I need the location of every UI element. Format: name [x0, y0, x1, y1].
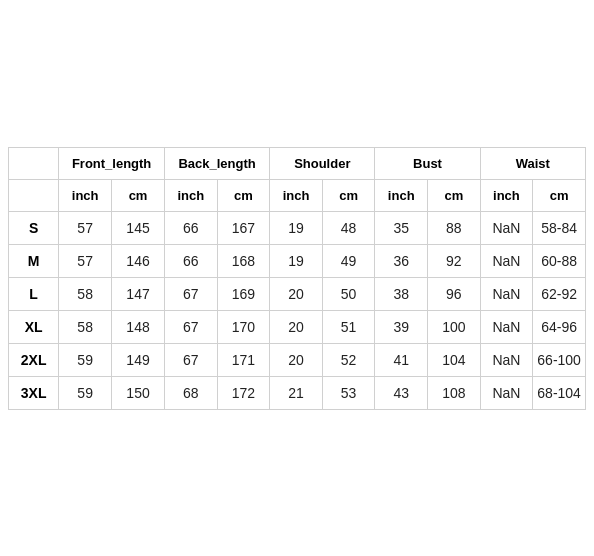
subheader-waist-inch: inch [480, 179, 533, 211]
back-inch-cell: 66 [164, 211, 217, 244]
back-inch-cell: 67 [164, 343, 217, 376]
shoulder-cm-cell: 49 [322, 244, 375, 277]
front-cm-cell: 145 [112, 211, 165, 244]
waist-inch-cell: NaN [480, 343, 533, 376]
size-cell: 2XL [9, 343, 59, 376]
waist-cm-cell: 64-96 [533, 310, 586, 343]
subheader-shoulder-inch: inch [270, 179, 323, 211]
bust-cm-cell: 88 [428, 211, 481, 244]
front-inch-cell: 59 [59, 376, 112, 409]
front-inch-cell: 58 [59, 310, 112, 343]
size-chart-container: Front_length Back_length Shoulder Bust W… [0, 137, 594, 420]
bust-inch-cell: 35 [375, 211, 428, 244]
subheader-back-cm: cm [217, 179, 270, 211]
shoulder-cm-cell: 53 [322, 376, 375, 409]
size-cell: S [9, 211, 59, 244]
subheader-shoulder-cm: cm [322, 179, 375, 211]
shoulder-inch-cell: 20 [270, 310, 323, 343]
col-header-back-length: Back_length [164, 147, 269, 179]
bust-cm-cell: 108 [428, 376, 481, 409]
shoulder-inch-cell: 19 [270, 244, 323, 277]
waist-cm-cell: 58-84 [533, 211, 586, 244]
shoulder-inch-cell: 20 [270, 277, 323, 310]
shoulder-inch-cell: 19 [270, 211, 323, 244]
size-cell: 3XL [9, 376, 59, 409]
size-cell: M [9, 244, 59, 277]
bust-cm-cell: 100 [428, 310, 481, 343]
bust-cm-cell: 96 [428, 277, 481, 310]
size-cell: XL [9, 310, 59, 343]
front-cm-cell: 146 [112, 244, 165, 277]
waist-inch-cell: NaN [480, 211, 533, 244]
bust-cm-cell: 104 [428, 343, 481, 376]
table-row: XL5814867170205139100NaN64-96 [9, 310, 586, 343]
subheader-waist-cm: cm [533, 179, 586, 211]
col-header-size [9, 147, 59, 179]
size-cell: L [9, 277, 59, 310]
table-row: S571456616719483588NaN58-84 [9, 211, 586, 244]
table-row: M571466616819493692NaN60-88 [9, 244, 586, 277]
waist-inch-cell: NaN [480, 277, 533, 310]
back-inch-cell: 67 [164, 277, 217, 310]
back-cm-cell: 167 [217, 211, 270, 244]
subheader-back-inch: inch [164, 179, 217, 211]
table-row: 3XL5915068172215343108NaN68-104 [9, 376, 586, 409]
front-inch-cell: 57 [59, 244, 112, 277]
shoulder-cm-cell: 51 [322, 310, 375, 343]
subheader-front-cm: cm [112, 179, 165, 211]
front-cm-cell: 148 [112, 310, 165, 343]
back-cm-cell: 171 [217, 343, 270, 376]
front-inch-cell: 59 [59, 343, 112, 376]
waist-inch-cell: NaN [480, 244, 533, 277]
shoulder-cm-cell: 48 [322, 211, 375, 244]
front-cm-cell: 150 [112, 376, 165, 409]
table-row: 2XL5914967171205241104NaN66-100 [9, 343, 586, 376]
front-cm-cell: 149 [112, 343, 165, 376]
shoulder-cm-cell: 52 [322, 343, 375, 376]
col-header-waist: Waist [480, 147, 585, 179]
subheader-bust-inch: inch [375, 179, 428, 211]
bust-inch-cell: 43 [375, 376, 428, 409]
back-inch-cell: 66 [164, 244, 217, 277]
col-header-bust: Bust [375, 147, 480, 179]
shoulder-inch-cell: 21 [270, 376, 323, 409]
back-cm-cell: 172 [217, 376, 270, 409]
subheader-front-inch: inch [59, 179, 112, 211]
subheader-bust-cm: cm [428, 179, 481, 211]
front-inch-cell: 57 [59, 211, 112, 244]
waist-cm-cell: 60-88 [533, 244, 586, 277]
bust-inch-cell: 41 [375, 343, 428, 376]
bust-inch-cell: 38 [375, 277, 428, 310]
back-cm-cell: 170 [217, 310, 270, 343]
back-cm-cell: 168 [217, 244, 270, 277]
back-cm-cell: 169 [217, 277, 270, 310]
bust-inch-cell: 39 [375, 310, 428, 343]
waist-cm-cell: 68-104 [533, 376, 586, 409]
col-header-front-length: Front_length [59, 147, 165, 179]
table-row: L581476716920503896NaN62-92 [9, 277, 586, 310]
front-cm-cell: 147 [112, 277, 165, 310]
subheader-size-blank [9, 179, 59, 211]
shoulder-inch-cell: 20 [270, 343, 323, 376]
size-chart-table: Front_length Back_length Shoulder Bust W… [8, 147, 586, 410]
waist-cm-cell: 66-100 [533, 343, 586, 376]
back-inch-cell: 68 [164, 376, 217, 409]
back-inch-cell: 67 [164, 310, 217, 343]
bust-inch-cell: 36 [375, 244, 428, 277]
waist-inch-cell: NaN [480, 376, 533, 409]
waist-inch-cell: NaN [480, 310, 533, 343]
bust-cm-cell: 92 [428, 244, 481, 277]
shoulder-cm-cell: 50 [322, 277, 375, 310]
front-inch-cell: 58 [59, 277, 112, 310]
waist-cm-cell: 62-92 [533, 277, 586, 310]
col-header-shoulder: Shoulder [270, 147, 375, 179]
